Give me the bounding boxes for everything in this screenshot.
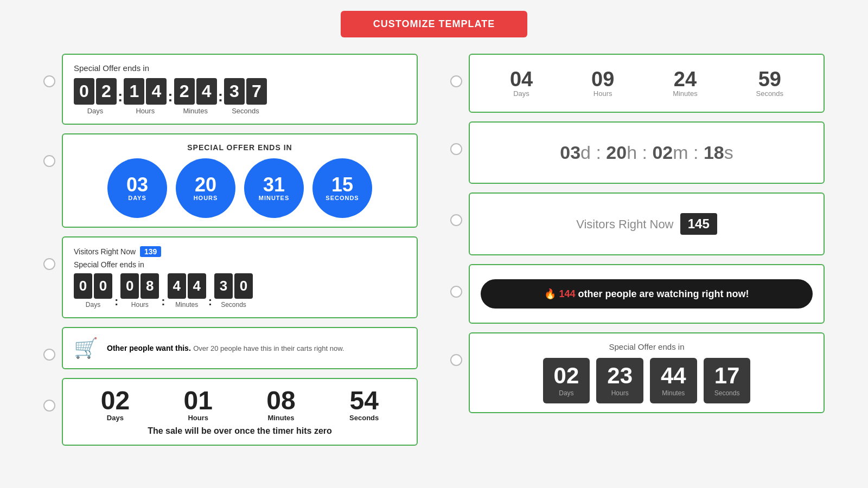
widget3-hours-digits: 0 8 bbox=[120, 273, 159, 299]
rwidget1-box: 04 Days 09 Hours 24 Minutes 59 Seconds bbox=[469, 54, 825, 113]
widget1-days-digits: 0 2 bbox=[74, 78, 117, 105]
widget4-cart: 🛒 Other people want this. Over 20 people… bbox=[74, 337, 406, 359]
widget5-radio[interactable] bbox=[43, 400, 55, 412]
cart-icon: 🛒 bbox=[74, 337, 98, 359]
rwidget5-days-num: 02 bbox=[554, 364, 579, 387]
widget5-days-num: 02 bbox=[101, 388, 130, 414]
widget5-hours-num: 01 bbox=[184, 388, 213, 414]
widget1-hours-group: 1 4 Hours bbox=[124, 78, 167, 115]
rwidget5-seconds-num: 17 bbox=[714, 364, 740, 387]
rwidget3-radio[interactable] bbox=[450, 214, 462, 226]
widget5-hours-label: Hours bbox=[184, 414, 213, 422]
widget2-days-label: DAYS bbox=[128, 195, 146, 201]
widget3-days-group: 0 0 Days bbox=[74, 273, 112, 309]
rwidget3-content: Visitors Right Now 145 bbox=[481, 202, 813, 246]
customize-template-button[interactable]: CUSTOMIZE TEMPLATE bbox=[341, 11, 527, 37]
rwidget2-wrapper: 03d : 20h : 02m : 18s bbox=[450, 121, 825, 184]
widget4-normal-text: Over 20 people have this in their carts … bbox=[193, 344, 344, 352]
widget5-days-group: 02 Days bbox=[101, 388, 130, 422]
widget5-minutes-group: 08 Minutes bbox=[266, 388, 295, 422]
widget1-title: Special Offer ends in bbox=[74, 63, 406, 73]
rwidget4-watching-box: 🔥 144 other people are watching right no… bbox=[481, 279, 813, 309]
widget3-radio[interactable] bbox=[43, 258, 55, 270]
widget5-seconds-num: 54 bbox=[349, 388, 379, 414]
widget1-seconds-label: Seconds bbox=[232, 107, 259, 115]
widget2-hours-circle: 20 HOURS bbox=[176, 158, 235, 218]
widget5-seconds-group: 54 Seconds bbox=[349, 388, 379, 422]
rwidget5-radio[interactable] bbox=[450, 354, 462, 366]
rwidget5-hours-num: 23 bbox=[607, 364, 633, 387]
rwidget2-radio[interactable] bbox=[450, 143, 462, 155]
widget2-days-circle: 03 DAYS bbox=[107, 158, 167, 218]
rwidget5-days-tile: 02 Days bbox=[543, 358, 590, 403]
widget1-flip-row: 0 2 Days : 1 4 Hours : bbox=[74, 78, 406, 115]
rwidget5-tiles-row: 02 Days 23 Hours 44 Minutes 17 Seconds bbox=[481, 358, 813, 403]
widget1-day-d2: 2 bbox=[96, 78, 117, 105]
widget5-footer: The sale will be over once the timer hit… bbox=[74, 426, 406, 436]
rwidget5-title: Special Offer ends in bbox=[481, 342, 813, 351]
widget3-sep2: : bbox=[161, 294, 165, 309]
widget3-hour-d1: 0 bbox=[120, 273, 139, 299]
widget3-visitors-label: Visitors Right Now bbox=[74, 247, 136, 256]
widget3-wrapper: Visitors Right Now 139 Special Offer end… bbox=[43, 236, 418, 318]
widget5-minutes-num: 08 bbox=[266, 388, 295, 414]
rwidget5-box: Special Offer ends in 02 Days 23 Hours 4… bbox=[469, 332, 825, 413]
widget2-wrapper: SPECIAL OFFER ENDS IN 03 DAYS 20 HOURS 3… bbox=[43, 133, 418, 228]
widget5-hours-group: 01 Hours bbox=[184, 388, 213, 422]
widget1-min-d2: 4 bbox=[196, 78, 217, 105]
widget1-min-d1: 2 bbox=[174, 78, 195, 105]
widget1-sep1: : bbox=[118, 88, 123, 105]
widget5-days-label: Days bbox=[101, 414, 130, 422]
rwidget1-hours-num: 09 bbox=[591, 69, 614, 89]
widget4-box: 🛒 Other people want this. Over 20 people… bbox=[62, 327, 418, 369]
widget3-sec-d1: 3 bbox=[214, 273, 233, 299]
rwidget3-box: Visitors Right Now 145 bbox=[469, 192, 825, 255]
widget2-minutes-label: MINUTES bbox=[259, 195, 290, 201]
rwidget1-nums-row: 04 Days 09 Hours 24 Minutes 59 Seconds bbox=[481, 63, 813, 103]
rwidget2-timer: 03d : 20h : 02m : 18s bbox=[481, 131, 813, 174]
widget2-seconds-num: 15 bbox=[331, 175, 353, 195]
widget2-box: SPECIAL OFFER ENDS IN 03 DAYS 20 HOURS 3… bbox=[62, 133, 418, 228]
rwidget3-count: 145 bbox=[680, 213, 717, 235]
widget2-seconds-label: SECONDS bbox=[326, 195, 359, 201]
widget1-wrapper: Special Offer ends in 0 2 Days : bbox=[43, 54, 418, 125]
rwidget5-minutes-label: Minutes bbox=[661, 389, 686, 397]
rwidget1-radio[interactable] bbox=[450, 75, 462, 87]
rwidget3-label: Visitors Right Now bbox=[576, 217, 673, 231]
widget3-sep1: : bbox=[114, 294, 118, 309]
widget3-visitors-count: 139 bbox=[140, 246, 161, 257]
widget3-sep3: : bbox=[208, 294, 212, 309]
rwidget1-seconds-group: 59 Seconds bbox=[756, 69, 783, 98]
widget1-sep3: : bbox=[218, 88, 223, 105]
widget1-days-label: Days bbox=[87, 107, 104, 115]
widget2-hours-label: HOURS bbox=[194, 195, 218, 201]
rwidget1-hours-label: Hours bbox=[591, 89, 614, 98]
widget1-seconds-group: 3 7 Seconds bbox=[224, 78, 267, 115]
widget3-seconds-group: 3 0 Seconds bbox=[214, 273, 253, 309]
widget2-minutes-circle: 31 MINUTES bbox=[244, 158, 304, 218]
widget3-min-d2: 4 bbox=[188, 273, 206, 299]
rwidget4-wrapper: 🔥 144 other people are watching right no… bbox=[450, 264, 825, 324]
widget3-flip-row: 0 0 Days : 0 8 Hours : bbox=[74, 273, 406, 309]
rwidget5-days-label: Days bbox=[554, 389, 579, 397]
rwidget1-days-num: 04 bbox=[510, 69, 533, 89]
rwidget2-days: 03 bbox=[560, 142, 580, 163]
widget1-radio[interactable] bbox=[43, 75, 55, 87]
rwidget1-days-group: 04 Days bbox=[510, 69, 533, 98]
rwidget4-radio[interactable] bbox=[450, 286, 462, 298]
widget3-seconds-label: Seconds bbox=[221, 301, 246, 309]
widget1-minutes-group: 2 4 Minutes bbox=[174, 78, 217, 115]
widget3-day-d1: 0 bbox=[74, 273, 92, 299]
widget2-radio[interactable] bbox=[43, 155, 55, 167]
rwidget1-minutes-label: Minutes bbox=[673, 89, 698, 98]
widget4-text: Other people want this. Over 20 people h… bbox=[107, 343, 344, 353]
rwidget5-hours-label: Hours bbox=[607, 389, 633, 397]
widget5-wrapper: 02 Days 01 Hours 08 Minutes 54 Seconds bbox=[43, 378, 418, 446]
widget1-day-d1: 0 bbox=[74, 78, 94, 105]
rwidget1-minutes-group: 24 Minutes bbox=[673, 69, 698, 98]
widget3-hour-d2: 8 bbox=[141, 273, 159, 299]
widget1-minutes-label: Minutes bbox=[183, 107, 208, 115]
widget4-radio[interactable] bbox=[43, 349, 55, 361]
rwidget5-minutes-tile: 44 Minutes bbox=[650, 358, 697, 403]
widget3-days-label: Days bbox=[86, 301, 100, 309]
